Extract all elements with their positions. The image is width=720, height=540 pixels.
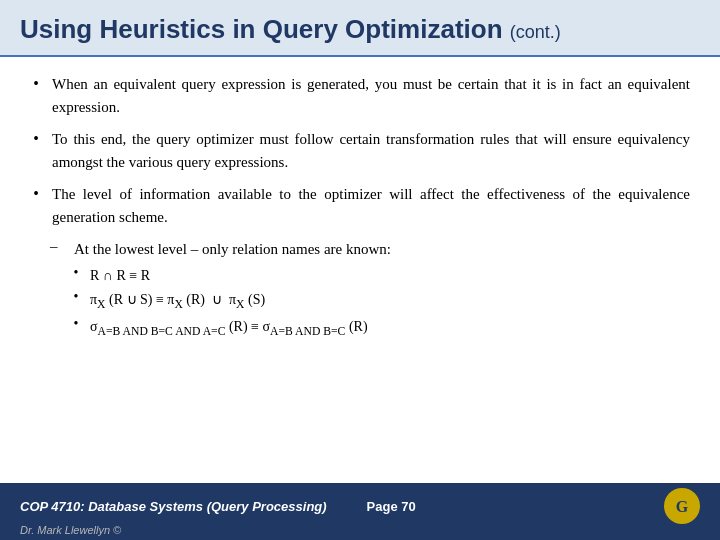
sub-bullet-text-3: σA=B AND B=C AND A=C (R) ≡ σA=B AND B=C … xyxy=(90,316,368,341)
svg-text:G: G xyxy=(676,498,689,515)
sub-bullet-3: • σA=B AND B=C AND A=C (R) ≡ σA=B AND B=… xyxy=(70,316,690,341)
footer-row: COP 4710: Database Systems (Query Proces… xyxy=(20,488,700,524)
footer-logo: G xyxy=(664,488,700,524)
slide: Using Heuristics in Query Optimization (… xyxy=(0,0,720,540)
title-main: Using Heuristics in Query Optimization xyxy=(20,14,503,44)
sub-bullet-dot-1: • xyxy=(70,265,82,281)
footer-course: COP 4710: Database Systems (Query Proces… xyxy=(20,499,327,514)
dash-symbol: – xyxy=(50,238,64,255)
sub-bullet-2: • πX (R ∪ S) ≡ πX (R) ∪ πX (S) xyxy=(70,289,690,314)
footer-sub: Dr. Mark Llewellyn © xyxy=(20,524,700,540)
bullet-text-1: When an equivalent query expression is g… xyxy=(52,73,690,118)
sub-bullet-dot-2: • xyxy=(70,289,82,305)
slide-content: • When an equivalent query expression is… xyxy=(0,57,720,483)
sub-bullet-text-2: πX (R ∪ S) ≡ πX (R) ∪ πX (S) xyxy=(90,289,265,314)
bullet-3: • The level of information available to … xyxy=(30,183,690,228)
sub-bullets: • R ∩ R ≡ R • πX (R ∪ S) ≡ πX (R) ∪ πX (… xyxy=(70,265,690,342)
bullet-2: • To this end, the query optimizer must … xyxy=(30,128,690,173)
dash-item: – At the lowest level – only relation na… xyxy=(50,238,690,261)
bullet-text-3: The level of information available to th… xyxy=(52,183,690,228)
bullet-dot-3: • xyxy=(30,185,42,203)
footer-left: COP 4710: Database Systems (Query Proces… xyxy=(20,499,416,514)
sub-bullet-1: • R ∩ R ≡ R xyxy=(70,265,690,287)
bullet-dot-2: • xyxy=(30,130,42,148)
bullet-dot-1: • xyxy=(30,75,42,93)
footer-wrapper: COP 4710: Database Systems (Query Proces… xyxy=(0,483,720,540)
sub-bullet-dot-3: • xyxy=(70,316,82,332)
sub-section: – At the lowest level – only relation na… xyxy=(50,238,690,342)
bullet-1: • When an equivalent query expression is… xyxy=(30,73,690,118)
title-cont: (cont.) xyxy=(510,22,561,42)
footer-page: Page 70 xyxy=(367,499,416,514)
slide-title: Using Heuristics in Query Optimization (… xyxy=(20,14,700,45)
slide-header: Using Heuristics in Query Optimization (… xyxy=(0,0,720,57)
dash-text: At the lowest level – only relation name… xyxy=(74,238,391,261)
bullet-text-2: To this end, the query optimizer must fo… xyxy=(52,128,690,173)
sub-bullet-text-1: R ∩ R ≡ R xyxy=(90,265,150,287)
